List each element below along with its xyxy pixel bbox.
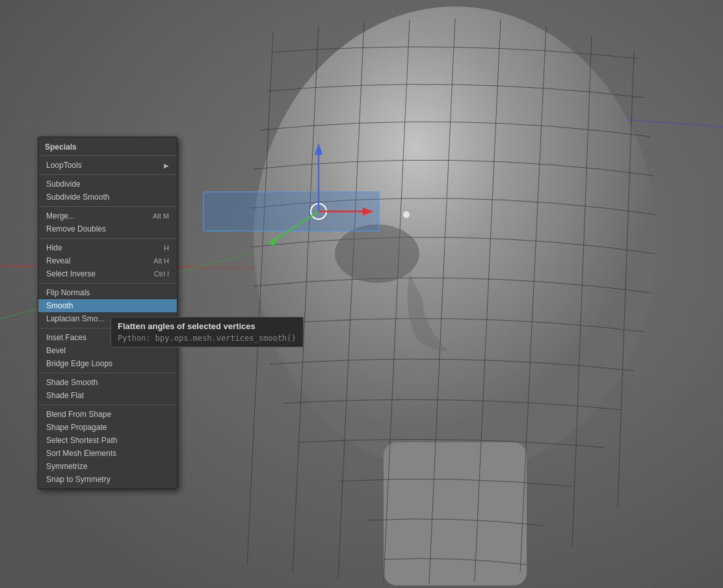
menu-item-subdivide[interactable]: Subdivide [38,178,177,191]
tooltip-python: Python: bpy.ops.mesh.vertices_smooth() [118,334,296,343]
blend-from-shape-label: Blend From Shape [46,410,111,419]
reveal-label: Reveal [46,256,70,265]
looptools-arrow: ▶ [164,162,169,169]
menu-item-bridge-edge-loops[interactable]: Bridge Edge Loops [38,357,177,370]
menu-item-sort-mesh-elements[interactable]: Sort Mesh Elements [38,447,177,460]
separator-2 [38,206,177,207]
svg-point-13 [254,7,657,475]
menu-item-shade-flat[interactable]: Shade Flat [38,389,177,402]
menu-item-shape-propagate[interactable]: Shape Propagate [38,421,177,434]
menu-item-symmetrize[interactable]: Symmetrize [38,460,177,473]
menu-item-remove-doubles[interactable]: Remove Doubles [38,222,177,235]
select-inverse-label: Select Inverse [46,269,96,278]
menu-item-select-shortest-path[interactable]: Select Shortest Path [38,434,177,447]
bevel-label: Bevel [46,346,66,355]
merge-shortcut: Alt M [153,212,169,220]
remove-doubles-label: Remove Doubles [46,224,106,234]
merge-label: Merge... [46,211,75,220]
bridge-edge-loops-label: Bridge Edge Loops [46,359,112,368]
subdivide-label: Subdivide [46,180,81,189]
menu-item-looptools[interactable]: LoopTools ▶ [38,159,177,172]
menu-item-merge[interactable]: Merge... Alt M [38,209,177,222]
hide-label: Hide [46,243,62,252]
smooth-label: Smooth [46,301,73,310]
subdivide-smooth-label: Subdivide Smooth [46,193,109,202]
select-shortest-path-label: Select Shortest Path [46,436,117,445]
separator-1 [38,174,177,175]
looptools-label: LoopTools [46,161,82,170]
menu-item-reveal[interactable]: Reveal Alt H [38,254,177,267]
shade-smooth-label: Shade Smooth [46,378,98,387]
menu-item-smooth[interactable]: Smooth [38,299,177,312]
menu-item-flip-normals[interactable]: Flip Normals [38,286,177,299]
separator-7 [38,405,177,405]
svg-point-24 [335,224,419,283]
inset-faces-label: Inset Faces [46,333,86,342]
menu-item-shade-smooth[interactable]: Shade Smooth [38,376,177,389]
sort-mesh-elements-label: Sort Mesh Elements [46,449,116,458]
menu-item-hide[interactable]: Hide H [38,241,177,254]
shape-propagate-label: Shape Propagate [46,423,107,432]
separator-4 [38,283,177,284]
separator-6 [38,373,177,373]
menu-item-snap-to-symmetry[interactable]: Snap to Symmetry [38,473,177,486]
menu-item-select-inverse[interactable]: Select Inverse Ctrl I [38,267,177,280]
separator-3 [38,238,177,239]
select-inverse-shortcut: Ctrl I [154,270,169,278]
hide-shortcut: H [164,244,169,252]
snap-to-symmetry-label: Snap to Symmetry [46,475,111,484]
menu-item-subdivide-smooth[interactable]: Subdivide Smooth [38,191,177,204]
reveal-shortcut: Alt H [153,257,169,265]
tooltip-title: Flatten angles of selected vertices [118,321,296,331]
specials-menu: Specials LoopTools ▶ Subdivide Subdivide… [38,137,177,489]
svg-point-33 [403,211,410,218]
svg-rect-14 [384,442,527,585]
shade-flat-label: Shade Flat [46,391,84,400]
symmetrize-label: Symmetrize [46,462,87,471]
menu-title: Specials [38,140,177,156]
menu-item-blend-from-shape[interactable]: Blend From Shape [38,408,177,421]
smooth-tooltip: Flatten angles of selected vertices Pyth… [111,317,304,347]
flip-normals-label: Flip Normals [46,288,90,297]
laplacian-label: Laplacian Smo... [46,314,104,323]
